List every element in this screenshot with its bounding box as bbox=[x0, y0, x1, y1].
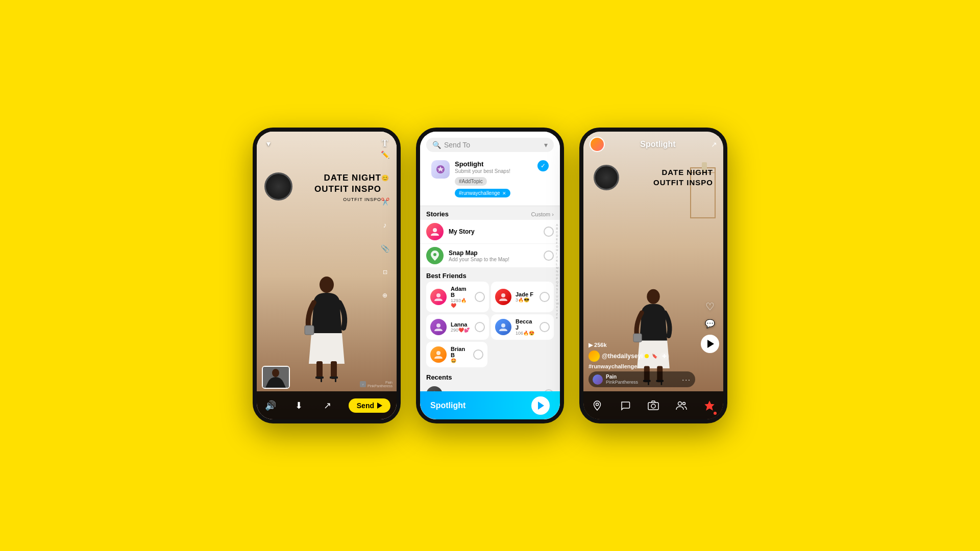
friend-brian-radio[interactable] bbox=[473, 349, 483, 360]
nav-spotlight-icon[interactable] bbox=[700, 396, 719, 415]
download-icon[interactable]: ⬇ bbox=[291, 398, 307, 413]
nav-friends-icon[interactable] bbox=[672, 396, 691, 415]
spotlight-option[interactable]: Spotlight Submit your best Snaps! #AddTo… bbox=[426, 156, 554, 202]
recent-arianna[interactable]: Arianna D bbox=[426, 383, 554, 391]
paperclip-icon[interactable]: 📎 bbox=[377, 241, 393, 256]
svg-rect-4 bbox=[330, 377, 338, 379]
spotlight-icon bbox=[435, 164, 446, 174]
play-icon bbox=[707, 340, 714, 348]
arrow-right-icon bbox=[538, 402, 544, 410]
send-button[interactable]: Send bbox=[349, 398, 390, 413]
creator-username[interactable]: @thedailyseyi bbox=[602, 353, 643, 360]
svg-point-33 bbox=[678, 402, 681, 405]
bottom-send-bar[interactable]: Spotlight bbox=[420, 391, 560, 419]
share-icon[interactable]: ↗ bbox=[320, 398, 335, 413]
snap-thumbnail[interactable] bbox=[262, 366, 290, 389]
chevron-down-icon[interactable]: ▾ bbox=[261, 136, 276, 151]
spotlight-nav-dot bbox=[714, 412, 717, 415]
runwaychallenge-chip[interactable]: #runwaychallenge ✕ bbox=[455, 189, 510, 197]
nav-camera-icon[interactable] bbox=[644, 396, 663, 415]
right-bottom-bar bbox=[583, 391, 723, 419]
bottom-send-label: Spotlight bbox=[430, 401, 465, 410]
best-friends-header: Best Friends bbox=[420, 268, 560, 282]
search-input[interactable]: Send To bbox=[444, 141, 541, 149]
friend-adam-radio[interactable] bbox=[475, 292, 485, 302]
expand-icon[interactable]: ↗ bbox=[711, 140, 717, 148]
stories-title: Stories bbox=[426, 210, 449, 218]
nav-chat-icon[interactable] bbox=[616, 396, 634, 415]
add-friend-icon[interactable]: ✚ bbox=[659, 353, 669, 360]
svg-point-32 bbox=[651, 404, 655, 408]
right-hat bbox=[594, 165, 619, 190]
friend-adam[interactable]: Adam B 1293🔥❤️ bbox=[426, 282, 489, 312]
send-to-scroll: Stories Custom › My Story bbox=[420, 206, 560, 391]
stories-section-header: Stories Custom › bbox=[420, 206, 560, 220]
friend-brian-info: Brian B 🤩 bbox=[451, 346, 469, 363]
bookmark-icon[interactable]: 🔖 bbox=[652, 354, 657, 359]
right-overlay-text: DATE NIGHT OUTFIT INSPO bbox=[653, 167, 713, 187]
friend-becca-radio[interactable] bbox=[540, 322, 550, 332]
friend-lanna-radio[interactable] bbox=[475, 322, 485, 332]
friend-adam-info: Adam B 1293🔥❤️ bbox=[451, 286, 471, 308]
best-friends-title: Best Friends bbox=[426, 272, 467, 280]
spotlight-header-title: Spotlight bbox=[640, 140, 675, 149]
music-icon[interactable]: ♪ bbox=[377, 217, 393, 233]
friend-lanna[interactable]: Lanna 290❤️💕 bbox=[426, 314, 489, 340]
friend-becca-info: Becca J 106🔥😍 bbox=[516, 318, 535, 336]
remove-hashtag-icon[interactable]: ✕ bbox=[502, 191, 506, 196]
snap-map-radio[interactable] bbox=[544, 251, 554, 261]
svg-point-15 bbox=[501, 293, 505, 297]
friend-becca[interactable]: Becca J 106🔥😍 bbox=[491, 314, 554, 340]
send-label: Send bbox=[357, 402, 374, 410]
snap-map-subtitle: Add your Snap to the Map! bbox=[449, 257, 538, 262]
hashtag-label[interactable]: #runwaychallenge bbox=[589, 363, 695, 369]
verified-icon bbox=[645, 354, 649, 358]
left-bottom-bar: 🔊 ⬇ ↗ Send bbox=[257, 391, 397, 419]
right-screen: DATE NIGHT OUTFIT INSPO Spotlight ↗ ♡ 💬 … bbox=[583, 132, 723, 419]
search-bar[interactable]: 🔍 Send To ▾ bbox=[426, 138, 554, 152]
friend-brian[interactable]: Brian B 🤩 bbox=[426, 342, 487, 367]
volume-icon[interactable]: 🔊 bbox=[263, 398, 278, 413]
spotlight-check[interactable]: ✓ bbox=[537, 160, 549, 171]
friend-jade-radio[interactable] bbox=[540, 292, 550, 302]
left-top-bar: ▾ T bbox=[261, 136, 393, 151]
stories-action[interactable]: Custom › bbox=[531, 211, 554, 217]
alphabet-bar: A B C D E F G H I J K L M N O P Q R S T bbox=[556, 223, 559, 319]
snap-map-name: Snap Map bbox=[449, 249, 538, 257]
right-phone: DATE NIGHT OUTFIT INSPO Spotlight ↗ ♡ 💬 … bbox=[579, 128, 727, 423]
heart-icon[interactable]: ♡ bbox=[705, 300, 715, 313]
crop-icon[interactable]: ⊡ bbox=[377, 264, 393, 280]
hashtag-row: #AddTopic #runwaychallenge ✕ bbox=[455, 177, 532, 197]
more-options-icon[interactable]: ··· bbox=[682, 375, 691, 384]
user-avatar[interactable] bbox=[590, 137, 605, 152]
comment-icon[interactable]: 💬 bbox=[705, 319, 715, 329]
bottom-send-arrow-btn[interactable] bbox=[531, 396, 550, 415]
my-story-item[interactable]: My Story bbox=[420, 220, 560, 243]
add-topic-chip[interactable]: #AddTopic bbox=[455, 177, 487, 186]
spotlight-icon-box bbox=[431, 160, 450, 179]
brian-row: Brian B 🤩 bbox=[420, 342, 560, 369]
hat-decoration bbox=[264, 172, 292, 201]
scissors-icon[interactable]: ✂️ bbox=[377, 194, 393, 209]
friend-jade-name: Jade F bbox=[516, 291, 535, 297]
my-story-radio[interactable] bbox=[544, 227, 554, 237]
music-title: Pain bbox=[606, 374, 679, 380]
friend-jade-score: 3🔥😎 bbox=[516, 297, 535, 303]
text-tool-icon[interactable]: T bbox=[377, 136, 393, 151]
right-top-bar: Spotlight ↗ bbox=[583, 132, 723, 157]
friend-jade[interactable]: Jade F 3🔥😎 bbox=[491, 282, 554, 312]
snap-map-item[interactable]: Snap Map Add your Snap to the Map! bbox=[420, 244, 560, 267]
play-button[interactable] bbox=[701, 335, 719, 353]
friend-becca-score: 106🔥😍 bbox=[516, 331, 535, 336]
nav-location-icon[interactable] bbox=[588, 396, 606, 415]
my-story-avatar bbox=[426, 223, 444, 240]
recents-list: Arianna D Jasmine Daniel bbox=[420, 383, 560, 391]
spotlight-text: Spotlight Submit your best Snaps! #AddTo… bbox=[455, 160, 532, 197]
music-bar[interactable]: Pain PinkPantheress ··· bbox=[589, 371, 695, 387]
friend-lanna-name: Lanna bbox=[451, 321, 471, 328]
lens-icon[interactable]: ⊕ bbox=[377, 288, 393, 303]
emoji-icon[interactable]: 😊 bbox=[377, 170, 393, 186]
left-phone: DATE NIGHT OUTFIT INSPO OUTFIT INSPO ▾ T… bbox=[253, 128, 401, 423]
right-tools: ✏️ 😊 ✂️ ♪ 📎 ⊡ ⊕ bbox=[377, 147, 393, 303]
send-arrow-icon bbox=[377, 403, 382, 409]
